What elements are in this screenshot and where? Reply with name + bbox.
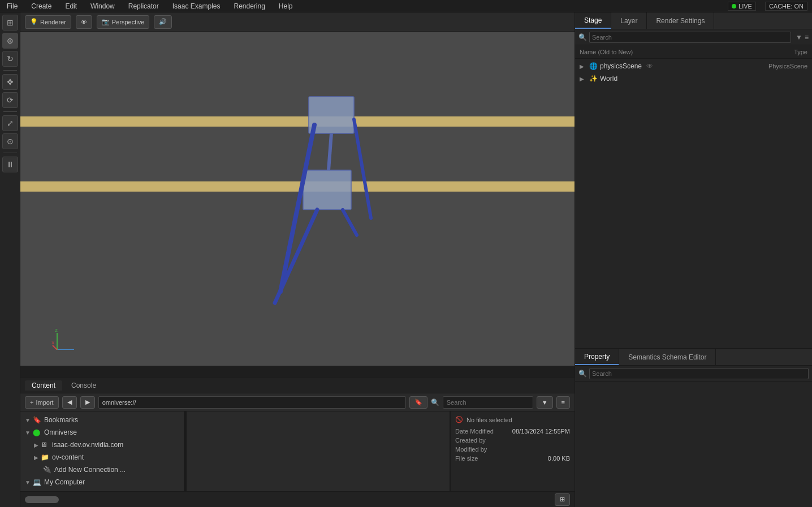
menu-edit[interactable]: Edit (63, 1, 79, 11)
stage-search-row: 🔍 ▼ ≡ (575, 29, 812, 45)
tab-console[interactable]: Console (64, 380, 103, 391)
content-info-panel: 🚫 No files selected Date Modified 08/13/… (450, 411, 575, 491)
date-modified-label: Date Modified (455, 428, 494, 435)
tab-content[interactable]: Content (25, 380, 62, 391)
menu-rendering[interactable]: Rendering (231, 1, 267, 11)
import-button[interactable]: + Import (25, 396, 59, 409)
stage-options-icon[interactable]: ≡ (805, 33, 809, 41)
zoom-scrollbar[interactable] (25, 496, 59, 503)
renderer-button[interactable]: 💡 Renderer (25, 15, 71, 29)
ctree-bookmarks[interactable]: ▼ 🔖 Bookmarks (20, 414, 184, 426)
live-badge: LIVE (728, 2, 756, 11)
expand-arrow-physics: ▶ (580, 63, 586, 70)
tab-stage[interactable]: Stage (575, 12, 611, 29)
content-main-area[interactable] (187, 411, 450, 491)
nav-back-button[interactable]: ◀ (62, 396, 77, 409)
menu-isaac-examples[interactable]: Isaac Examples (170, 1, 223, 11)
menu-replicator[interactable]: Replicator (126, 1, 161, 11)
eye-icon-physics[interactable]: 👁 (644, 62, 655, 70)
menu-file[interactable]: File (5, 1, 20, 11)
stage-filter-icon[interactable]: ▼ (796, 33, 802, 41)
bookmark-button[interactable]: 🔖 (409, 396, 427, 409)
content-path-input[interactable] (98, 396, 406, 409)
eye-icon: 👁 (81, 19, 87, 25)
viewport-toolbar: 💡 Renderer 👁 📷 Perspective 🔊 (20, 12, 575, 32)
tab-property[interactable]: Property (575, 349, 619, 365)
audio-icon: 🔊 (159, 18, 167, 25)
right-panel: Stage Layer Render Settings 🔍 ▼ ≡ Name (… (575, 12, 812, 507)
property-search-row: 🔍 (575, 366, 812, 382)
collapse-icon-3: ▼ (25, 479, 31, 486)
stage-tree: ▶ 🌐 physicsScene 👁 PhysicsScene ▶ ✨ Worl… (575, 59, 812, 348)
svg-rect-2 (303, 170, 351, 210)
collapse-icon: ▼ (25, 417, 31, 423)
modified-by-label: Modified by (455, 446, 487, 453)
toolbar-pan-btn[interactable]: ✥ (2, 74, 18, 90)
property-search-input[interactable] (589, 368, 809, 379)
menu-window[interactable]: Window (88, 1, 117, 11)
ctree-my-computer[interactable]: ▼ 💻 My Computer (20, 476, 184, 488)
info-header: 🚫 No files selected (455, 416, 570, 423)
stage-type-col: Type (794, 49, 807, 55)
info-file-size: File size 0.00 KB (455, 455, 570, 462)
ctree-isaac-dev[interactable]: ▶ 🖥 isaac-dev.ov.nvidia.com (20, 439, 184, 451)
bookmarks-label: Bookmarks (44, 416, 78, 424)
menu-create[interactable]: Create (29, 1, 54, 11)
nav-forward-button[interactable]: ▶ (80, 396, 95, 409)
ov-content-label: ov-content (52, 453, 84, 461)
perspective-label: Perspective (112, 19, 144, 25)
stage-name-col: Name (Old to New) (580, 49, 633, 55)
stage-search-icon: 🔍 (578, 33, 587, 41)
created-by-label: Created by (455, 437, 486, 444)
search-icon: 🔍 (431, 398, 439, 406)
camera-icon: 📷 (102, 18, 110, 25)
toolbar-move-btn[interactable]: ⊕ (2, 33, 18, 49)
renderer-label: Renderer (40, 19, 66, 25)
world-name: World (600, 75, 617, 83)
viewport-bottom-bar (20, 366, 575, 377)
toolbar-zoom-btn[interactable]: ⤢ (2, 115, 18, 131)
toolbar-select-btn[interactable]: ⊞ (2, 15, 18, 31)
no-selection-icon: 🚫 (455, 416, 463, 423)
toolbar-rotate-btn[interactable]: ↻ (2, 51, 18, 67)
viewport-container: 💡 Renderer 👁 📷 Perspective 🔊 (20, 12, 575, 507)
filter-button[interactable]: ▼ (537, 396, 553, 409)
stage-search-input[interactable] (589, 32, 791, 43)
folder-icon-ov: 📁 (41, 453, 50, 461)
toolbar-sep-2 (3, 111, 17, 112)
toolbar-orbit-btn[interactable]: ⟳ (2, 92, 18, 108)
ctree-omniverse[interactable]: ▼ ⬤ Omniverse (20, 426, 184, 439)
svg-line-6 (354, 119, 371, 218)
toolbar-pause-btn[interactable]: ⏸ (2, 157, 18, 172)
perspective-button[interactable]: 📷 Perspective (97, 15, 149, 29)
physics-scene-icon: 🌐 (589, 62, 598, 71)
toolbar-frame-btn[interactable]: ⊙ (2, 133, 18, 149)
add-connection-label: Add New Connection ... (54, 466, 126, 474)
tab-layer[interactable]: Layer (611, 12, 647, 29)
property-panel: Property Semantics Schema Editor 🔍 (575, 349, 812, 507)
audio-button[interactable]: 🔊 (154, 15, 172, 29)
list-view-button[interactable]: ≡ (556, 396, 570, 409)
no-files-label: No files selected (467, 417, 512, 423)
svg-text:Z: Z (55, 328, 58, 333)
content-search-input[interactable] (443, 396, 533, 409)
ctree-ov-content[interactable]: ▶ 📁 ov-content (20, 451, 184, 463)
ctree-add-connection[interactable]: 🔌 Add New Connection ... (20, 463, 184, 476)
content-body: ▼ 🔖 Bookmarks ▼ ⬤ Omniverse ▶ (20, 411, 575, 491)
grid-view-button[interactable]: ⊞ (555, 493, 570, 506)
info-modified-by: Modified by (455, 446, 570, 453)
menu-help[interactable]: Help (277, 1, 295, 11)
viewport[interactable]: Y Z X (20, 32, 575, 366)
info-date-modified: Date Modified 08/13/2024 12:55PM (455, 428, 570, 435)
tab-semantics[interactable]: Semantics Schema Editor (619, 349, 716, 365)
import-label: Import (36, 399, 53, 406)
tab-render-settings[interactable]: Render Settings (647, 12, 714, 29)
tree-item-physics-scene[interactable]: ▶ 🌐 physicsScene 👁 PhysicsScene (575, 60, 812, 72)
property-tabs: Property Semantics Schema Editor (575, 349, 812, 366)
isaac-dev-label: isaac-dev.ov.nvidia.com (52, 441, 123, 449)
world-icon: ✨ (589, 74, 598, 83)
live-label: LIVE (738, 3, 752, 10)
view-mode-button[interactable]: 👁 (76, 15, 92, 29)
stage-tabs: Stage Layer Render Settings (575, 12, 812, 29)
tree-item-world[interactable]: ▶ ✨ World (575, 72, 812, 85)
